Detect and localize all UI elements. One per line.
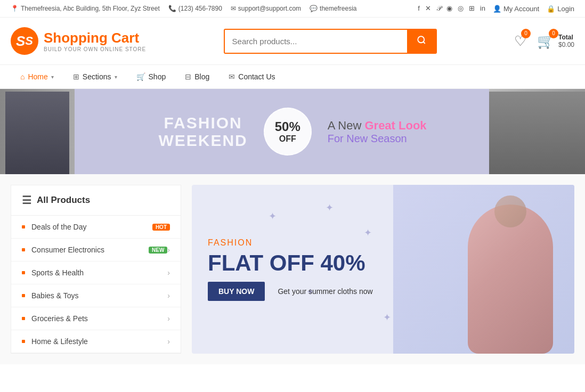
sidebar-item-babies[interactable]: Babies & Toys › [11, 284, 181, 307]
cart-badge: 0 [549, 29, 558, 38]
lock-icon [547, 5, 555, 13]
login-link[interactable]: Login [547, 5, 574, 13]
social-icons: f ✕ 𝒫 ◉ ◎ ⊞ in [418, 4, 485, 13]
phone: (123) 456-7890 [168, 5, 222, 12]
email-icon [231, 5, 236, 12]
nav-shop[interactable]: 🛒 Shop [127, 65, 176, 88]
dot-icon [22, 340, 25, 343]
dot-icon [22, 317, 25, 320]
search-bar [224, 29, 437, 54]
wishlist-button[interactable]: ♡ 0 [514, 33, 526, 50]
hero-text-right: A New Great Look For New Season [328, 119, 427, 145]
menu-icon: ☰ [22, 194, 31, 207]
linkedin-icon[interactable]: in [480, 4, 485, 13]
feature-banner: ✦ ✦ ✦ ✦ ✦ ✦ ✦ ✦ FASHION FLAT OFF 40% BUY… [192, 185, 574, 354]
header: S Shopping Cart BUILD YOUR OWN ONLINE ST… [0, 18, 585, 64]
facebook-icon[interactable]: f [418, 4, 420, 13]
hero-great-look: Great Look [364, 119, 426, 132]
hero-text-left: FASHION WEEKEND [158, 114, 247, 149]
skype-icon [310, 5, 318, 12]
sidebar-item-label: Home & Lifestyle [31, 337, 167, 346]
cart-info: Total $0.00 [558, 34, 574, 48]
svg-point-0 [418, 36, 424, 43]
logo-icon: S [11, 27, 38, 55]
dot-icon [22, 294, 25, 297]
nav-blog[interactable]: ⊟ Blog [175, 65, 219, 88]
pinterest-icon[interactable]: 𝒫 [436, 4, 441, 13]
contact-icon: ✉ [229, 72, 235, 81]
dribbble-icon[interactable]: ◉ [446, 4, 452, 13]
sidebar-item-label: Consumer Electronics [31, 246, 144, 254]
sidebar-item-groceries[interactable]: Groceries & Pets › [11, 307, 181, 330]
hero-content: FASHION WEEKEND 50% OFF A New Great Look… [158, 108, 426, 156]
my-account-link[interactable]: My Account [493, 5, 539, 13]
sidebar-item-label: Deals of the Day [31, 223, 148, 231]
star-decoration: ✦ [269, 210, 277, 222]
star-decoration: ✦ [364, 227, 372, 239]
main-content: ☰ All Products Deals of the Day HOT Cons… [0, 174, 585, 364]
sidebar-header: ☰ All Products [11, 185, 181, 216]
logo-subtitle: BUILD YOUR OWN ONLINE STORE [44, 46, 146, 52]
cart-total-value: $0.00 [558, 41, 574, 48]
star-decoration: ✦ [383, 312, 391, 323]
header-actions: ♡ 0 🛒 0 Total $0.00 [514, 33, 574, 50]
hero-circle: 50% OFF [264, 108, 312, 156]
email: support@support.com [231, 5, 301, 12]
feature-banner-model [393, 185, 574, 354]
logo-title: Shopping Cart [44, 30, 146, 46]
hero-for-new-season: For New Season [328, 133, 427, 145]
twitter-icon[interactable]: ✕ [425, 4, 431, 13]
sidebar-item-label: Sports & Health [31, 268, 167, 277]
sidebar-item-sports[interactable]: Sports & Health › [11, 262, 181, 284]
dot-icon [22, 271, 25, 274]
buy-now-button[interactable]: BUY NOW [208, 282, 265, 301]
hero-fashion-weekend: FASHION WEEKEND [158, 114, 247, 149]
address: Themefreesia, Abc Building, 5th Floor, Z… [11, 5, 160, 12]
hero-banner: FASHION WEEKEND 50% OFF A New Great Look… [0, 89, 585, 174]
banner-cta: BUY NOW Get your summer cloths now [208, 282, 373, 301]
hero-right-model [489, 89, 585, 174]
nav-contact[interactable]: ✉ Contact Us [219, 65, 285, 88]
get-text: Get your summer cloths now [278, 287, 372, 296]
nav: ⌂ Home ▾ ⊞ Sections ▾ 🛒 Shop ⊟ Blog ✉ Co… [0, 64, 585, 89]
location-icon [11, 5, 19, 12]
sidebar-item-home[interactable]: Home & Lifestyle › [11, 330, 181, 353]
sidebar-item-electronics[interactable]: Consumer Electronics NEW › [11, 239, 181, 262]
sidebar-title: All Products [37, 195, 90, 206]
instagram-icon[interactable]: ◎ [458, 4, 464, 13]
shop-icon: 🛒 [136, 72, 145, 81]
cart-icon-wrapper: 🛒 0 [537, 33, 554, 50]
logo-text: Shopping Cart BUILD YOUR OWN ONLINE STOR… [44, 30, 146, 52]
dot-icon [22, 248, 25, 251]
home-icon: ⌂ [20, 72, 25, 81]
chevron-right-icon: › [167, 337, 170, 346]
blog-icon: ⊟ [185, 72, 191, 81]
top-bar: Themefreesia, Abc Building, 5th Floor, Z… [0, 0, 585, 18]
nav-sections[interactable]: ⊞ Sections ▾ [63, 65, 127, 88]
sidebar-item-label: Babies & Toys [31, 291, 167, 300]
chevron-right-icon: › [167, 246, 170, 254]
search-button[interactable] [407, 30, 436, 53]
star-decoration: ✦ [326, 202, 334, 214]
hot-badge: HOT [152, 224, 170, 231]
search-icon [417, 35, 426, 45]
feature-banner-content: FASHION FLAT OFF 40% BUY NOW Get your su… [208, 238, 373, 301]
user-icon [493, 5, 501, 13]
new-badge: NEW [149, 247, 167, 254]
chevron-down-icon: ▾ [51, 74, 54, 80]
wishlist-badge: 0 [521, 29, 531, 38]
logo[interactable]: S Shopping Cart BUILD YOUR OWN ONLINE ST… [11, 27, 146, 55]
search-input[interactable] [225, 31, 407, 51]
chevron-down-icon: ▾ [115, 74, 117, 80]
hero-left-model [0, 89, 75, 174]
skype: themefreesia [310, 5, 356, 12]
dot-icon [22, 225, 25, 228]
sidebar: ☰ All Products Deals of the Day HOT Cons… [11, 185, 181, 354]
nav-home[interactable]: ⌂ Home ▾ [11, 65, 63, 88]
sections-icon: ⊞ [73, 72, 79, 81]
cart-button[interactable]: 🛒 0 Total $0.00 [537, 33, 574, 50]
sidebar-item-label: Groceries & Pets [31, 314, 167, 323]
sidebar-item-deals[interactable]: Deals of the Day HOT [11, 216, 181, 239]
flickr-icon[interactable]: ⊞ [469, 4, 475, 13]
flat-off-text: FLAT OFF 40% [208, 252, 373, 274]
